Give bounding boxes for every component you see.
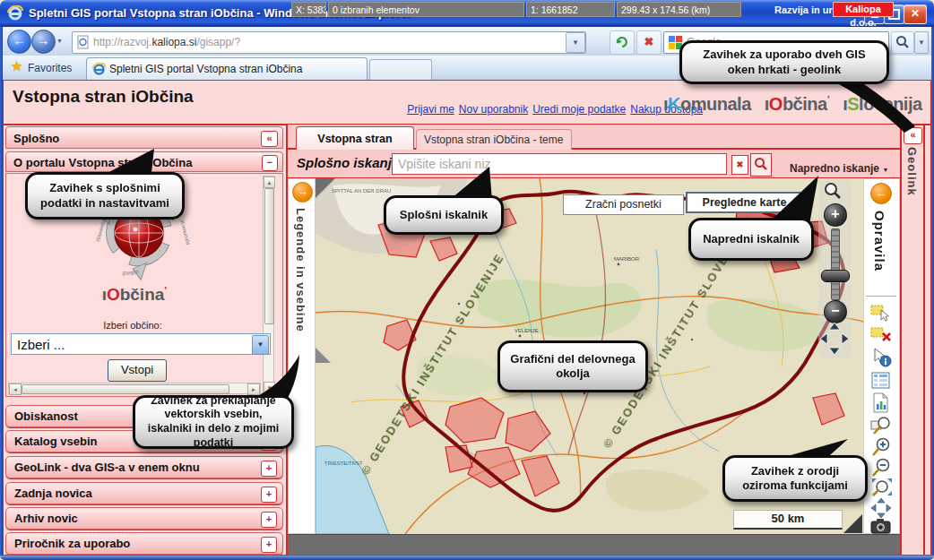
- browser-window: Spletni GIS portal Vstopna stran iObčina…: [0, 0, 934, 560]
- logo-accent: K: [668, 94, 680, 114]
- sidebar-header-splosno[interactable]: Splošno «: [5, 126, 283, 149]
- hscroll-thumb[interactable]: [22, 384, 229, 394]
- logo-iobcina[interactable]: ıObčina’: [765, 94, 829, 115]
- link-uredi-podatke[interactable]: Uredi moje podatke: [532, 103, 626, 116]
- panel-header-o-portalu[interactable]: O portalu Vstopna stran iObčina −: [5, 151, 283, 172]
- municipality-select[interactable]: Izberi ... ▼: [11, 333, 271, 355]
- advanced-search-label: Napredno iskanje: [790, 162, 879, 175]
- minus-icon: −: [267, 157, 272, 168]
- scroll-right-icon[interactable]: ►: [251, 387, 256, 392]
- caret-down-icon: ▼: [882, 167, 888, 173]
- zoom-in-button[interactable]: +: [824, 203, 847, 227]
- url-part-3: /gisapp/?: [196, 36, 240, 48]
- layer-button-pregledne-karte[interactable]: Pregledne karte: [686, 192, 803, 213]
- status-coordinates: X: 5383: [291, 2, 326, 17]
- refresh-icon: [615, 35, 629, 49]
- magnifier-icon[interactable]: [824, 182, 842, 200]
- tool-zoom-out[interactable]: [868, 457, 895, 478]
- vstopi-button[interactable]: Vstopi: [108, 359, 167, 382]
- izberi-obcino-label: Izberi občino:: [9, 320, 256, 331]
- callout-splosni-iskalnik: Splošni iskalnik: [384, 195, 504, 235]
- link-nov-uporabnik[interactable]: Nov uporabnik: [459, 103, 528, 116]
- map-scale-label: 50 km: [733, 510, 843, 530]
- expand-tasks-button[interactable]: ←: [870, 183, 892, 204]
- tasks-tab-label[interactable]: Opravila: [872, 211, 887, 271]
- accordion-geolink[interactable]: GeoLink - dva GIS-a v enem oknu+: [5, 456, 283, 478]
- back-icon: ←: [13, 33, 26, 47]
- header-links: Prijavi meNov uporabnikUredi moje podatk…: [394, 103, 703, 116]
- tool-attribute-table[interactable]: [868, 371, 895, 392]
- sidebar-hscrollbar[interactable]: ◄ ►: [8, 383, 261, 394]
- tool-report[interactable]: [868, 392, 895, 414]
- panel-collapse-button[interactable]: −: [262, 155, 278, 171]
- brand-logos: ıKomunala ıObčina’ ıSlovenija: [663, 94, 934, 119]
- select-dropdown-icon[interactable]: ▼: [252, 335, 269, 355]
- tool-pan[interactable]: [868, 497, 895, 519]
- advanced-search-toggle[interactable]: Napredno iskanje ▼: [790, 162, 888, 175]
- expand-legend-button[interactable]: →: [292, 182, 313, 202]
- legend-tab-label[interactable]: Legende in vsebine: [294, 208, 307, 332]
- close-button[interactable]: ✕: [904, 4, 927, 24]
- tool-screenshot[interactable]: [868, 517, 895, 538]
- search-clear-button[interactable]: ✖: [731, 155, 748, 175]
- vscroll-thumb[interactable]: [264, 188, 274, 324]
- geolink-expand-button[interactable]: «: [904, 127, 922, 144]
- logo-ikomunala[interactable]: ıKomunala: [663, 94, 751, 115]
- map-corner-handle-icon[interactable]: [843, 514, 862, 533]
- scroll-up-icon[interactable]: ▲: [267, 180, 272, 185]
- geolink-tab-label[interactable]: Geolink: [905, 147, 919, 196]
- map-corner-handle-icon[interactable]: [316, 178, 335, 198]
- expand-button[interactable]: +: [261, 512, 277, 528]
- globe-label: iRegija: [122, 268, 140, 277]
- close-icon: ✕: [911, 7, 920, 20]
- stop-button[interactable]: ✖: [636, 30, 662, 55]
- expand-button[interactable]: +: [261, 487, 277, 503]
- sidebar-collapse-button[interactable]: «: [261, 131, 278, 147]
- url-text[interactable]: http://razvoj.kaliopa.si/gisapp/?: [93, 36, 240, 48]
- address-dropdown-button[interactable]: ▼: [566, 32, 585, 53]
- tool-select-by-rectangle[interactable]: [868, 303, 895, 324]
- new-tab-stub[interactable]: [369, 59, 432, 80]
- map-city-label: SPITTAL AN DER DRAU: [332, 188, 391, 194]
- page-title: Vstopna stran iObčina: [13, 87, 194, 107]
- scroll-left-icon[interactable]: ◄: [13, 387, 18, 392]
- tool-zoom-in[interactable]: [868, 436, 895, 458]
- map-side-handle-icon[interactable]: [316, 348, 331, 363]
- refresh-button[interactable]: [610, 30, 635, 55]
- gis-tab-teme[interactable]: Vstopna stran iObčina - teme ✖: [416, 129, 572, 151]
- tool-zoom-window[interactable]: [868, 415, 895, 436]
- pan-control[interactable]: [818, 321, 851, 357]
- accordion-prirocnik[interactable]: Priročnik za uporabo+: [5, 532, 283, 555]
- sidebar-vscrollbar[interactable]: ▲ ▼: [263, 176, 274, 394]
- map-city-label: TRIESTE/TRST: [324, 461, 363, 466]
- divider: [923, 125, 925, 555]
- search-options-caret[interactable]: ▼: [914, 31, 929, 54]
- kaliopa-brand-badge[interactable]: Kaliopa d.o.o.: [833, 2, 894, 17]
- zoom-slider-track[interactable]: [831, 228, 840, 300]
- tool-clear-selection[interactable]: [868, 325, 895, 347]
- nav-history-caret[interactable]: ▼: [56, 38, 63, 44]
- accordion-arhiv-novic[interactable]: Arhiv novic+: [5, 507, 283, 530]
- accordion-title: Priročnik za uporabo: [14, 537, 130, 550]
- tool-identify-feature[interactable]: [868, 348, 895, 369]
- search-icon: [895, 35, 910, 49]
- forward-button[interactable]: →: [31, 30, 56, 54]
- gis-tab-active[interactable]: Vstopna stran iObčina: [296, 126, 414, 151]
- scroll-down-icon[interactable]: ▼: [267, 385, 272, 391]
- logo-islovenija[interactable]: ıSlovenija: [843, 94, 921, 115]
- tool-zoom-to-extent[interactable]: [868, 477, 895, 498]
- favorites-star-icon[interactable]: ★: [11, 58, 22, 74]
- map-status-bar: [288, 534, 900, 555]
- expand-button[interactable]: +: [261, 537, 277, 553]
- stop-icon: ✖: [644, 35, 654, 48]
- accordion-zadnja-novica[interactable]: Zadnja novica+: [5, 482, 283, 504]
- expand-button[interactable]: +: [261, 461, 277, 477]
- back-button[interactable]: ←: [7, 30, 31, 54]
- search-go-button[interactable]: [891, 31, 914, 54]
- layer-button-zracni-posnetki[interactable]: Zračni posnetki: [563, 194, 684, 215]
- zoom-slider-handle[interactable]: [821, 270, 850, 282]
- favorites-label[interactable]: Favorites: [28, 62, 72, 74]
- link-prijavi-me[interactable]: Prijavi me: [407, 103, 454, 116]
- search-input[interactable]: [392, 153, 727, 175]
- search-submit-button[interactable]: [750, 153, 772, 177]
